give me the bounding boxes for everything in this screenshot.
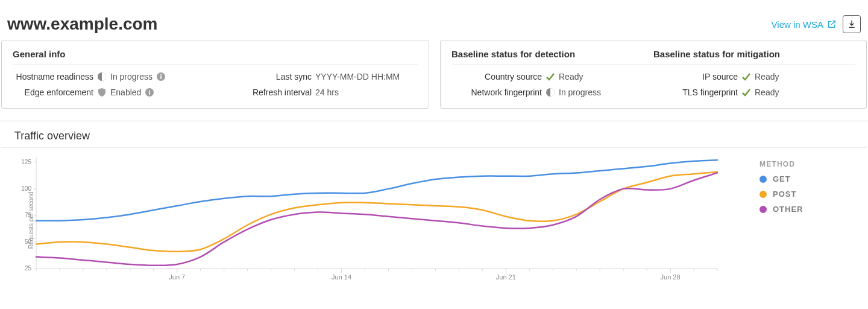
svg-text:i: i [160,73,162,80]
traffic-chart: 255075100125Jun 7Jun 14Jun 21Jun 28 [6,154,723,287]
country-source-value: Ready [559,72,583,81]
edge-enforcement-value: Enabled [110,88,141,97]
refresh-interval-value: 24 hrs [315,88,339,97]
download-icon [847,19,857,29]
svg-text:Jun 28: Jun 28 [661,273,681,281]
traffic-overview-title: Traffic overview [1,121,867,148]
ip-source-value: Ready [755,72,779,81]
chart-y-axis-label: Requests per second [28,192,34,249]
country-source-label: Country source [451,72,542,81]
network-fingerprint-value: In progress [559,88,601,97]
progress-icon [97,72,107,81]
download-button[interactable] [843,15,861,33]
legend-swatch [760,206,767,213]
last-sync-label: Last sync [221,72,312,81]
legend-swatch [760,176,767,183]
network-fingerprint-label: Network fingerprint [451,88,542,97]
svg-text:Jun 7: Jun 7 [169,273,185,281]
hostname-readiness-label: Hostname readiness [13,72,93,81]
baseline-detection-title: Baseline status for detection [451,49,653,64]
external-link-icon [827,19,837,29]
last-sync-value: YYYY-MM-DD HH:MM [315,72,400,81]
legend-swatch [760,191,767,198]
info-icon[interactable]: i [156,72,166,81]
info-icon[interactable]: i [145,88,154,97]
tls-fingerprint-label: TLS fingerprint [659,88,738,97]
page-title: www.example.com [7,14,158,34]
legend-item-post[interactable]: POST [760,190,862,199]
edge-enforcement-label: Edge enforcement [13,88,93,97]
ip-source-label: IP source [659,72,738,81]
hostname-readiness-value: In progress [110,72,153,81]
svg-text:i: i [149,89,151,96]
shield-icon [97,88,107,97]
legend-item-get[interactable]: GET [760,174,862,183]
check-icon [741,72,751,81]
legend-title: METHOD [760,160,862,168]
baseline-mitigation-title: Baseline status for mitigation [653,49,855,64]
svg-text:25: 25 [25,265,32,272]
tls-fingerprint-value: Ready [755,88,779,97]
legend-label: OTHER [773,205,804,214]
check-icon [546,72,555,81]
baseline-panel: Baseline status for detection Baseline s… [440,40,867,109]
refresh-interval-label: Refresh interval [221,88,312,97]
legend-label: POST [773,190,796,199]
view-in-wsa-label: View in WSA [772,19,823,30]
legend-label: GET [773,174,791,183]
svg-text:125: 125 [21,159,31,165]
view-in-wsa-link[interactable]: View in WSA [772,19,837,30]
svg-text:Jun 21: Jun 21 [496,273,516,281]
legend-item-other[interactable]: OTHER [760,205,862,214]
svg-text:100: 100 [21,185,31,192]
chart-legend: METHOD GETPOSTOTHER [741,154,862,287]
general-info-panel: General info Hostname readiness In progr… [1,40,429,109]
check-icon [741,88,751,97]
svg-text:Jun 14: Jun 14 [332,273,351,281]
general-info-title: General info [13,49,418,65]
progress-icon [546,88,555,97]
